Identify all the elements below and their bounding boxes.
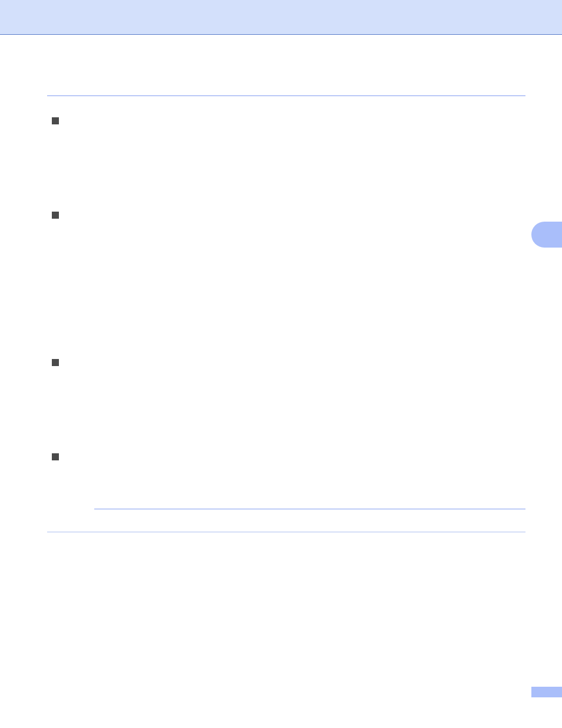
divider-underline-indented	[94, 509, 525, 509]
list-item	[52, 451, 525, 475]
square-bullet-icon	[52, 453, 59, 460]
list-item	[52, 209, 525, 233]
square-bullet-icon	[52, 117, 59, 124]
divider-light	[47, 532, 525, 532]
list-item	[52, 115, 525, 139]
divider-underline	[47, 95, 525, 96]
header-bar	[0, 0, 562, 35]
square-bullet-icon	[52, 212, 59, 219]
square-bullet-icon	[52, 359, 59, 366]
page-content	[47, 71, 525, 532]
page-corner-tab	[531, 687, 562, 697]
side-thumb-tab[interactable]	[531, 222, 562, 248]
bullet-list	[52, 115, 525, 475]
spacer	[47, 475, 525, 503]
list-item	[52, 357, 525, 380]
